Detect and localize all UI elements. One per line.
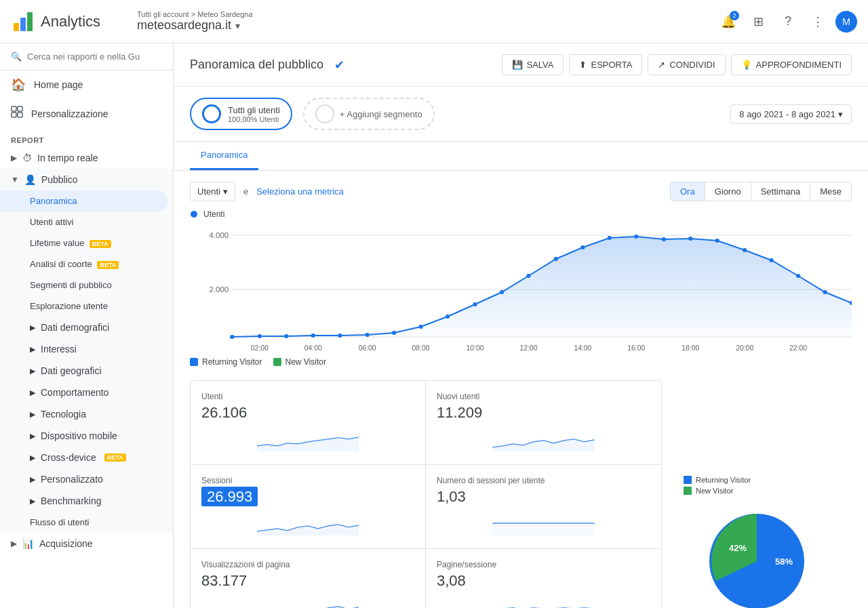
sidebar-sub-item-panoramica[interactable]: Panoramica [0,190,167,211]
grid-icon [11,106,23,121]
sidebar-item-personalizzazione[interactable]: Personalizzazione [0,99,173,128]
time-btn-settimana[interactable]: Settimana [751,182,811,201]
metric-label: Sessioni [201,476,414,485]
sidebar-item-tecnologia[interactable]: ▶ Tecnologia [0,403,173,425]
chevron-right-icon: ▶ [30,410,35,419]
main-layout: 🔍 🏠 Home page Personalizzazione REPORT ▶… [0,43,868,608]
svg-point-18 [366,333,370,337]
sidebar-item-label: Personalizzazione [31,108,108,119]
time-btn-ora[interactable]: Ora [671,182,705,201]
user-avatar[interactable]: M [835,11,857,33]
sidebar-search-area[interactable]: 🔍 [0,43,173,70]
top-navigation: Analytics Tutti gli account > Meteo Sard… [0,0,868,43]
series-label: Utenti [203,209,224,219]
svg-text:20:00: 20:00 [736,344,753,352]
metric-link[interactable]: Seleziona una metrica [256,186,344,197]
segment-circle [202,104,221,123]
search-icon: 🔍 [11,52,22,62]
svg-point-15 [284,334,288,338]
chevron-right-icon: ▶ [30,323,35,332]
export-button[interactable]: ⬆ ESPORTA [569,54,642,75]
svg-rect-0 [14,23,19,31]
metric-value: 3,08 [437,572,650,590]
svg-point-17 [338,333,342,338]
sidebar-sub-item-analisi-coorte[interactable]: Analisi di coorte BETA [0,254,173,275]
svg-text:04:00: 04:00 [304,344,322,352]
pie-returning-label: 58% [775,556,793,567]
metrics-section: Utenti 26.106 Nuovi utenti 11.209 [174,380,868,608]
sidebar-item-dati-demografici[interactable]: ▶ Dati demografici [0,317,173,338]
share-button[interactable]: ↗ CONDIVIDI [648,54,725,75]
pie-legend-new: New Visitor [684,487,751,495]
chevron-right-icon: ▶ [11,539,17,548]
time-btn-mese[interactable]: Mese [810,182,851,201]
svg-point-30 [688,237,692,241]
date-range-picker[interactable]: 8 ago 2021 - 8 ago 2021 ▾ [730,104,852,124]
metric-label: Utenti [201,392,414,401]
apps-button[interactable]: ⊞ [746,9,770,34]
svg-point-7 [191,211,197,218]
metric-card-sessioni: Sessioni 26.993 [191,465,426,549]
segment-text: Tutti gli utenti 100,00% Utenti [228,105,280,123]
chevron-right-icon: ▶ [11,153,17,163]
sidebar-item-dati-geografici[interactable]: ▶ Dati geografici [0,360,173,382]
insights-button[interactable]: 💡 APPROFONDIMENTI [731,54,852,75]
metric-card-nuovi-utenti: Nuovi utenti 11.209 [426,381,661,465]
sidebar-item-pubblico[interactable]: ▼ 👤 Pubblico [0,169,173,190]
sidebar-item-tempo-reale[interactable]: ▶ ⏱ In tempo reale [0,147,173,169]
svg-point-14 [258,334,262,338]
beta-badge: BETA [97,261,119,269]
returning-visitor-legend-dot [190,358,198,366]
tab-panoramica[interactable]: Panoramica [190,142,258,170]
legend-returning: Returning Visitor [190,357,262,367]
new-visitor-legend-dot [273,358,281,366]
sidebar-item-acquisizione[interactable]: ▶ 📊 Acquisizione [0,533,173,554]
page-header: Panoramica del pubblico ✔ 💾 SALVA ⬆ ESPO… [174,43,868,87]
add-segment-button[interactable]: + Aggiungi segmento [303,98,435,130]
sidebar-sub-item-utenti-attivi[interactable]: Utenti attivi [0,211,173,232]
notifications-button[interactable]: 🔔 2 [716,9,741,34]
sidebar-item-benchmarking[interactable]: ▶ Benchmarking [0,490,173,512]
sidebar-item-cross-device[interactable]: ▶ Cross-device BETA [0,447,173,468]
sidebar-sub-item-esplorazione-utente[interactable]: Esplorazione utente [0,296,173,317]
sidebar-item-dispositivo-mobile[interactable]: ▶ Dispositivo mobile [0,425,173,447]
more-options-button[interactable]: ⋮ [806,9,830,34]
sidebar-sub-item-flusso-utenti[interactable]: Flusso di utenti [0,512,173,533]
segment-pill[interactable]: Tutti gli utenti 100,00% Utenti [190,98,292,130]
search-input[interactable] [27,52,162,62]
sidebar-sub-item-lifetime-value[interactable]: Lifetime value BETA [0,232,173,254]
svg-point-28 [634,235,638,239]
chevron-right-icon: ▶ [30,345,35,354]
svg-text:18:00: 18:00 [682,344,699,352]
sidebar-item-homepage[interactable]: 🏠 Home page [0,70,173,99]
svg-text:12:00: 12:00 [519,344,537,352]
svg-rect-2 [27,12,33,31]
svg-text:02:00: 02:00 [251,344,269,352]
help-button[interactable]: ? [776,9,800,34]
page-actions: 💾 SALVA ⬆ ESPORTA ↗ CONDIVIDI 💡 APPROFON… [502,54,852,75]
save-button[interactable]: 💾 SALVA [502,54,564,75]
sparkline-sessioni [201,511,414,535]
sidebar-item-comportamento[interactable]: ▶ Comportamento [0,382,173,403]
sidebar-item-interessi[interactable]: ▶ Interessi [0,338,173,360]
export-icon: ⬆ [579,60,587,70]
sidebar-sub-item-segmenti-pubblico[interactable]: Segmenti di pubblico [0,275,173,296]
account-dropdown-arrow: ▾ [235,20,240,31]
metric-card-utenti: Utenti 26.106 [191,381,426,465]
legend-new: New Visitor [273,357,326,367]
line-chart: 4.000 2.000 [190,222,852,357]
svg-point-34 [796,274,800,278]
sidebar-item-personalizzato[interactable]: ▶ Personalizzato [0,468,173,490]
chart-section: Utenti ▾ e Seleziona una metrica Ora Gio… [174,171,868,380]
chart-wrapper: 4.000 2.000 [190,222,852,357]
svg-point-21 [446,315,450,319]
svg-text:06:00: 06:00 [359,344,376,352]
time-btn-giorno[interactable]: Giorno [705,182,751,201]
metric-label: Nuovi utenti [437,392,650,401]
account-name[interactable]: meteosardegna.it ▾ [137,18,253,33]
chart-legend: Returning Visitor New Visitor [190,357,852,367]
metric-select-dropdown[interactable]: Utenti ▾ [190,182,235,201]
svg-rect-3 [12,106,16,111]
chart-controls: Utenti ▾ e Seleziona una metrica Ora Gio… [190,182,852,201]
date-range-display[interactable]: 8 ago 2021 - 8 ago 2021 ▾ [730,104,852,124]
